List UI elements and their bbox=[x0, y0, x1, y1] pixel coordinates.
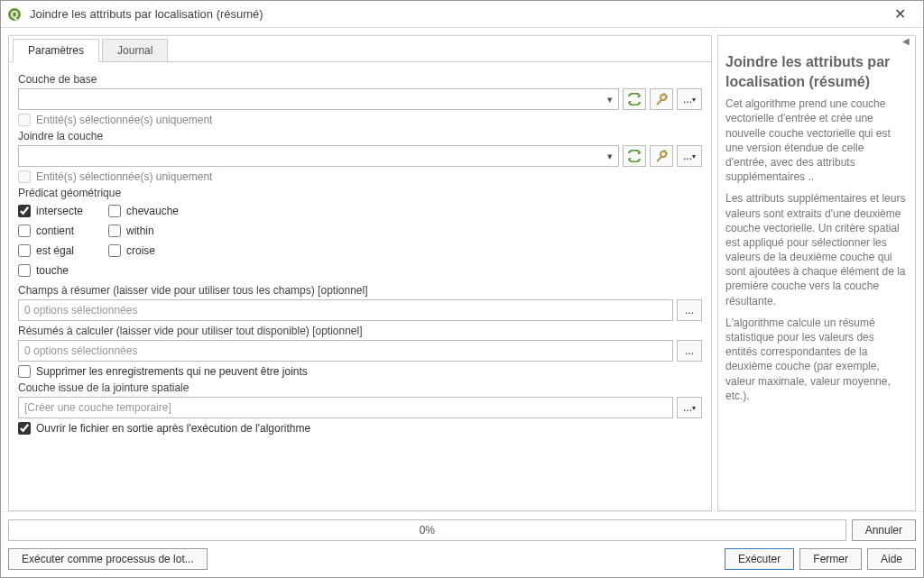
predicate-intersects[interactable]: intersecte bbox=[18, 205, 99, 217]
parameters-panel: Paramètres Journal Couche de base ...▾ bbox=[8, 35, 712, 511]
predicate-label: Prédicat géométrique bbox=[18, 187, 702, 199]
summaries-input[interactable]: 0 options sélectionnées bbox=[18, 340, 673, 362]
tab-parameters[interactable]: Paramètres bbox=[13, 39, 99, 62]
join-layer-browse[interactable]: ...▾ bbox=[677, 145, 702, 167]
predicate-equals[interactable]: est égal bbox=[18, 244, 99, 257]
summaries-browse[interactable]: ... bbox=[677, 340, 702, 362]
predicate-contains[interactable]: contient bbox=[18, 225, 99, 237]
wrench-icon-2[interactable] bbox=[650, 145, 673, 167]
iterate-icon-2[interactable] bbox=[623, 145, 646, 167]
run-button[interactable]: Exécuter bbox=[725, 548, 794, 570]
predicate-crosses[interactable]: croise bbox=[108, 244, 217, 257]
output-layer-browse[interactable]: ...▾ bbox=[677, 397, 702, 418]
progress-bar: 0% bbox=[8, 519, 846, 541]
app-icon: Q bbox=[6, 6, 23, 23]
help-paragraph-1: Cet algorithme prend une couche vectorie… bbox=[725, 96, 908, 184]
tab-body: Couche de base ...▾ Entité(s) sélectionn… bbox=[9, 61, 711, 510]
predicate-touches[interactable]: touche bbox=[18, 264, 99, 277]
output-layer-label: Couche issue de la jointure spatiale bbox=[18, 381, 702, 394]
titlebar: Q Joindre les attributs par localisation… bbox=[1, 1, 923, 28]
remove-unjoined-check[interactable]: Supprimer les enregistrements qui ne peu… bbox=[18, 365, 702, 378]
join-layer-label: Joindre la couche bbox=[18, 130, 702, 142]
tab-log[interactable]: Journal bbox=[102, 39, 168, 62]
cancel-button[interactable]: Annuler bbox=[852, 519, 916, 541]
summaries-label: Résumés à calculer (laisser vide pour ut… bbox=[18, 325, 702, 337]
iterate-icon[interactable] bbox=[623, 88, 646, 110]
tab-bar: Paramètres Journal bbox=[9, 35, 711, 62]
dialog-window: Q Joindre les attributs par localisation… bbox=[0, 0, 924, 578]
base-layer-browse[interactable]: ...▾ bbox=[677, 88, 702, 110]
predicate-overlaps[interactable]: chevauche bbox=[108, 205, 217, 217]
fields-summary-input[interactable]: 0 options sélectionnées bbox=[18, 299, 673, 321]
predicate-grid: intersecte chevauche contient within est… bbox=[18, 203, 702, 279]
window-title: Joindre les attributs par localisation (… bbox=[30, 7, 882, 21]
batch-button[interactable]: Exécuter comme processus de lot... bbox=[8, 548, 208, 570]
predicate-within[interactable]: within bbox=[108, 225, 217, 237]
base-layer-combo[interactable] bbox=[18, 88, 619, 110]
wrench-icon[interactable] bbox=[650, 88, 673, 110]
help-button[interactable]: Aide bbox=[867, 548, 916, 570]
base-layer-label: Couche de base bbox=[18, 73, 702, 86]
content-area: Paramètres Journal Couche de base ...▾ bbox=[1, 28, 923, 511]
help-paragraph-2: Les attributs supplémentaires et leurs v… bbox=[725, 191, 908, 308]
svg-text:Q: Q bbox=[11, 9, 19, 20]
join-selected-only-checkbox bbox=[18, 170, 31, 183]
footer: 0% Annuler Exécuter comme processus de l… bbox=[1, 511, 923, 577]
help-title: Joindre les attributs par localisation (… bbox=[725, 52, 908, 91]
help-paragraph-3: L'algorithme calcule un résumé statistiq… bbox=[725, 316, 908, 403]
base-selected-only-check: Entité(s) sélectionnée(s) uniquement bbox=[18, 114, 702, 126]
close-button[interactable]: Fermer bbox=[799, 548, 862, 570]
collapse-icon[interactable]: ◀ bbox=[718, 36, 915, 49]
fields-summary-label: Champs à résumer (laisser vide pour util… bbox=[18, 284, 702, 297]
output-layer-input[interactable]: [Créer une couche temporaire] bbox=[18, 397, 673, 418]
join-layer-combo[interactable] bbox=[18, 145, 619, 167]
join-selected-only-check: Entité(s) sélectionnée(s) uniquement bbox=[18, 170, 702, 183]
open-after-check[interactable]: Ouvrir le fichier en sortie après l'exéc… bbox=[18, 422, 702, 435]
fields-summary-browse[interactable]: ... bbox=[677, 299, 702, 321]
help-panel: ◀ Joindre les attributs par localisation… bbox=[717, 35, 916, 511]
base-selected-only-checkbox bbox=[18, 114, 31, 126]
close-icon[interactable]: ✕ bbox=[882, 5, 918, 23]
